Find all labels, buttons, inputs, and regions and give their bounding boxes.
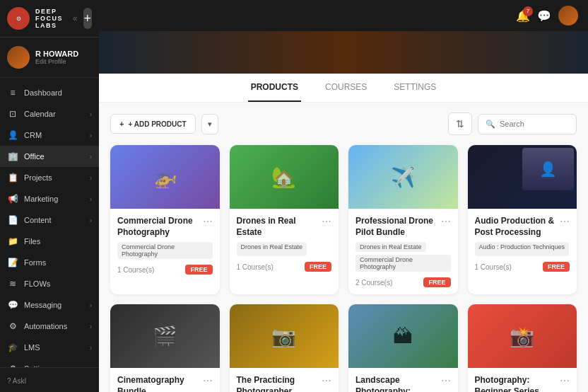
user-avatar[interactable] [558,6,578,25]
product-tags: Drones in Real Estate Commercial Drone P… [355,242,451,272]
product-tag: Commercial Drone Photography [117,242,213,259]
tabs-bar: PRODUCTS COURSES SETTINGS [99,74,588,103]
sidebar-item-label: Automations [24,322,84,330]
sidebar-item-label: Files [24,237,92,246]
sidebar-item-label: Dashboard [24,88,92,97]
sidebar-item-label: Projects [24,173,84,182]
automations-icon: ⚙ [7,321,18,331]
product-card[interactable]: 📷 The Practicing Photographer ⋯ Photogra… [230,304,339,392]
search-box: 🔍 [478,114,577,134]
product-card[interactable]: 🎬 Cinematography Bundle ⋯ Cinematography… [110,304,220,392]
product-footer: 1 Course(s) FREE [237,262,332,272]
office-icon: 🏢 [7,151,18,161]
add-icon: + [119,120,124,128]
sidebar-item-label: CRM [24,131,84,139]
sidebar-item-forms[interactable]: 📝 Forms [0,252,99,273]
marketing-icon: 📢 [7,194,18,204]
arrow-icon: › [90,323,92,330]
product-title: Commercial Drone Photography [117,216,200,238]
product-tags: Commercial Drone Photography [117,242,213,259]
sidebar-item-marketing[interactable]: 📢 Marketing › [0,188,99,209]
product-header: Commercial Drone Photography ⋯ [117,216,213,238]
arrow-icon: › [90,110,92,118]
sidebar-item-projects[interactable]: 📋 Projects › [0,167,99,188]
sidebar-item-content[interactable]: 📄 Content › [0,209,99,231]
product-body: Drones in Real Estate ⋯ Drones in Real E… [230,209,339,279]
product-more-button[interactable]: ⋯ [438,216,451,227]
product-more-button[interactable]: ⋯ [319,375,331,386]
courses-count: 1 Course(s) [117,266,154,274]
product-header: Professional Drone Pilot Bundle ⋯ [355,216,451,238]
sidebar-item-lms[interactable]: 🎓 LMS › [0,337,99,358]
sidebar-collapse-button[interactable]: « [73,13,78,23]
sidebar-item-settings[interactable]: ⚙ Settings › [0,358,99,367]
product-card[interactable]: 🏡 Drones in Real Estate ⋯ Drones in Real… [230,145,339,294]
sidebar-item-label: Forms [24,258,92,267]
app-logo-icon: ⊙ [7,7,30,30]
product-more-button[interactable]: ⋯ [200,216,213,227]
free-badge: FREE [543,262,570,272]
arrow-icon: › [90,132,92,139]
sidebar-item-crm[interactable]: 👤 CRM › [0,125,99,146]
product-image: 👤 [468,145,577,209]
product-card[interactable]: 👤 Audio Production & Post Processing ⋯ A… [468,145,577,294]
notification-badge: 7 [523,6,533,16]
product-body: Commercial Drone Photography ⋯ Commercia… [110,209,220,282]
product-card[interactable]: 🏔 Landscape Photography: Basics ⋯ Landsc… [348,304,458,392]
app-title: DEEP FOCUS LABS [35,8,67,29]
product-card[interactable]: 📸 Photography: Beginner Series ⋯ Photogr… [468,304,577,392]
product-more-button[interactable]: ⋯ [319,216,331,227]
product-more-button[interactable]: ⋯ [200,375,213,386]
product-more-button[interactable]: ⋯ [557,216,570,227]
product-more-button[interactable]: ⋯ [557,375,570,386]
sidebar-item-label: LMS [24,343,84,352]
sidebar-item-dashboard[interactable]: ≡ Dashboard [0,82,99,103]
content-icon: 📄 [7,215,18,225]
help-bar[interactable]: ? AskI [0,367,99,392]
sort-button[interactable]: ⇅ [448,113,472,135]
tab-products[interactable]: PRODUCTS [248,74,301,102]
product-card[interactable]: 🚁 Commercial Drone Photography ⋯ Commerc… [110,145,220,294]
help-label[interactable]: ? AskI [7,377,26,385]
hero-banner [99,31,588,74]
product-grid: 🚁 Commercial Drone Photography ⋯ Commerc… [110,145,577,392]
sidebar: ⊙ DEEP FOCUS LABS « + R HOWARD Edit Prof… [0,0,99,392]
sidebar-add-button[interactable]: + [83,8,92,29]
profile-name: R HOWARD [35,50,92,58]
search-icon: 🔍 [486,120,495,129]
sidebar-item-calendar[interactable]: ⊡ Calendar › [0,103,99,125]
product-body: Cinematography Bundle ⋯ Cinematography 1… [110,368,220,392]
product-card[interactable]: ✈️ Professional Drone Pilot Bundle ⋯ Dro… [348,145,458,294]
arrow-icon: › [90,153,92,161]
product-title: Cinematography Bundle [117,375,200,392]
main-content: 🔔 7 💬 PRODUCTS COURSES SETTINGS + + ADD … [99,0,588,392]
product-footer: 1 Course(s) FREE [117,265,213,275]
add-product-button[interactable]: + + ADD PRODUCT [110,114,196,134]
product-header: Audio Production & Post Processing ⋯ [475,216,570,238]
product-image: 🏡 [230,145,339,209]
messages-icon[interactable]: 💬 [537,9,551,23]
messaging-icon: 💬 [7,300,18,310]
add-dropdown-button[interactable]: ▾ [201,114,218,134]
product-title: Audio Production & Post Processing [475,216,558,238]
product-more-button[interactable]: ⋯ [438,375,451,386]
free-badge: FREE [305,262,331,272]
sidebar-item-label: FLOWs [24,279,92,288]
notification-bell[interactable]: 🔔 7 [516,9,530,23]
projects-icon: 📋 [7,173,18,183]
product-image: 🎬 [110,304,220,368]
search-input[interactable] [500,120,570,128]
tab-settings[interactable]: SETTINGS [391,74,439,102]
arrow-icon: › [90,344,92,352]
arrow-icon: › [90,217,92,224]
edit-profile-link[interactable]: Edit Profile [35,58,92,65]
sidebar-item-files[interactable]: 📁 Files [0,231,99,252]
sidebar-item-flows[interactable]: ≋ FLOWs [0,273,99,294]
sidebar-item-office[interactable]: 🏢 Office › [0,146,99,167]
tab-courses[interactable]: COURSES [322,74,370,102]
sidebar-item-automations[interactable]: ⚙ Automations › [0,316,99,337]
free-badge: FREE [423,277,450,287]
sort-icon: ⇅ [456,118,464,129]
sidebar-item-messaging[interactable]: 💬 Messaging › [0,294,99,316]
product-body: Landscape Photography: Basics ⋯ Landscap… [348,368,458,392]
